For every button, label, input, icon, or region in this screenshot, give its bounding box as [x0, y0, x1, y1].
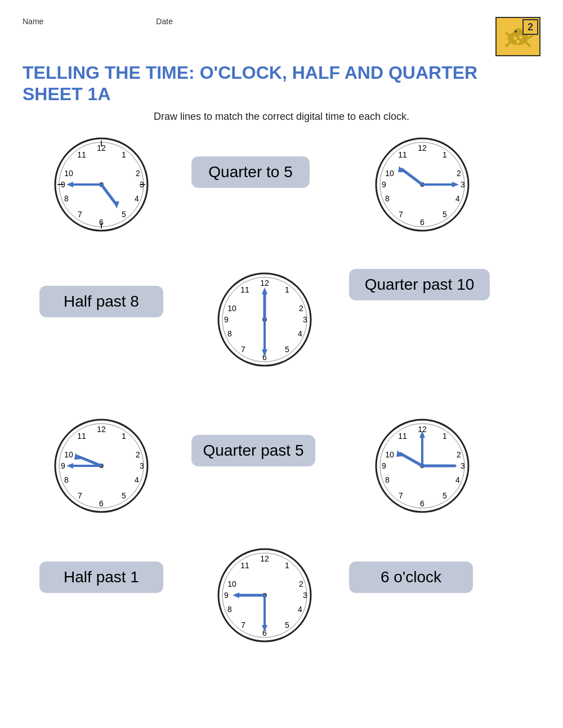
svg-text:2: 2 — [299, 579, 303, 588]
svg-text:5: 5 — [285, 621, 289, 630]
svg-text:3: 3 — [461, 461, 465, 470]
svg-text:10: 10 — [385, 450, 394, 459]
svg-text:5: 5 — [443, 210, 447, 219]
svg-text:11: 11 — [240, 285, 249, 294]
svg-text:8: 8 — [227, 329, 232, 338]
svg-text:1: 1 — [122, 432, 126, 441]
svg-text:2: 2 — [136, 450, 140, 459]
svg-text:1: 1 — [285, 285, 289, 294]
svg-text:4: 4 — [455, 475, 460, 484]
worksheet-area: 12 1 2 3 4 5 6 7 8 9 10 11 — [23, 134, 540, 725]
svg-text:6: 6 — [99, 499, 104, 508]
svg-text:10: 10 — [385, 169, 394, 178]
svg-text:4: 4 — [135, 475, 139, 484]
grade-badge: 2 — [522, 19, 538, 35]
svg-text:9: 9 — [382, 180, 386, 189]
label-quarter-to-5: Quarter to 5 — [191, 156, 310, 188]
svg-text:2: 2 — [457, 450, 461, 459]
svg-text:7: 7 — [78, 210, 82, 219]
svg-point-6 — [515, 30, 517, 33]
svg-text:7: 7 — [399, 491, 403, 500]
svg-text:1: 1 — [443, 432, 447, 441]
svg-text:11: 11 — [240, 561, 249, 570]
top-bar: Name Date — [23, 17, 540, 56]
name-label: Name — [23, 17, 43, 26]
svg-text:10: 10 — [227, 304, 236, 313]
clock-2: 12 1 2 3 4 5 6 7 8 9 10 11 — [372, 134, 473, 235]
label-half-past-1: Half past 1 — [39, 561, 163, 593]
svg-text:4: 4 — [135, 194, 139, 203]
svg-text:7: 7 — [399, 210, 403, 219]
clock-1: 12 1 2 3 4 5 6 7 8 9 10 11 — [51, 134, 152, 235]
svg-text:1: 1 — [285, 561, 289, 570]
svg-text:8: 8 — [385, 194, 390, 203]
svg-text:9: 9 — [61, 461, 65, 470]
svg-line-3 — [506, 41, 511, 47]
label-quarter-past-10: Quarter past 10 — [349, 269, 490, 300]
svg-text:2: 2 — [457, 169, 461, 178]
label-6-oclock: 6 o'clock — [349, 561, 473, 593]
svg-text:2: 2 — [136, 169, 140, 178]
name-date-area: Name Date — [23, 17, 173, 26]
svg-text:3: 3 — [461, 180, 465, 189]
svg-text:5: 5 — [443, 491, 447, 500]
clock-3: 12 1 2 3 4 5 6 7 8 9 10 11 — [214, 269, 315, 370]
svg-point-8 — [519, 35, 522, 39]
svg-text:9: 9 — [382, 461, 386, 470]
svg-text:9: 9 — [61, 180, 65, 189]
page-title: TELLING THE TIME: O'CLOCK, HALF AND QUAR… — [23, 62, 540, 105]
svg-text:10: 10 — [64, 169, 73, 178]
svg-text:12: 12 — [418, 143, 427, 152]
svg-text:12: 12 — [260, 554, 269, 563]
svg-text:4: 4 — [298, 329, 302, 338]
svg-text:8: 8 — [385, 475, 390, 484]
svg-text:3: 3 — [140, 180, 144, 189]
label-half-past-8: Half past 8 — [39, 286, 163, 317]
svg-text:4: 4 — [455, 194, 460, 203]
svg-text:6: 6 — [420, 499, 425, 508]
date-label: Date — [156, 17, 173, 26]
svg-text:7: 7 — [241, 345, 245, 354]
clock-4: 12 1 2 3 4 5 6 7 8 9 10 11 — [51, 415, 152, 516]
svg-text:3: 3 — [303, 315, 307, 324]
svg-line-5 — [525, 41, 530, 47]
svg-text:11: 11 — [77, 150, 86, 159]
clock-5: 12 1 2 3 4 5 6 7 8 9 10 11 — [372, 415, 473, 516]
svg-text:7: 7 — [78, 491, 82, 500]
svg-text:1: 1 — [443, 150, 447, 159]
svg-text:2: 2 — [299, 304, 303, 313]
svg-text:5: 5 — [122, 491, 126, 500]
svg-text:10: 10 — [227, 579, 236, 588]
svg-text:11: 11 — [77, 432, 86, 441]
svg-text:9: 9 — [224, 315, 229, 324]
svg-text:5: 5 — [122, 210, 126, 219]
svg-point-7 — [513, 37, 517, 40]
svg-text:8: 8 — [64, 475, 69, 484]
svg-text:9: 9 — [224, 591, 229, 600]
svg-text:6: 6 — [99, 218, 104, 227]
svg-point-9 — [516, 40, 520, 43]
svg-text:3: 3 — [140, 461, 144, 470]
svg-text:12: 12 — [260, 278, 269, 287]
svg-text:1: 1 — [122, 150, 126, 159]
svg-text:6: 6 — [420, 218, 425, 227]
svg-text:12: 12 — [97, 425, 106, 434]
svg-text:4: 4 — [298, 605, 302, 614]
svg-text:11: 11 — [398, 432, 407, 441]
svg-text:5: 5 — [285, 345, 289, 354]
clock-6: 12 1 2 3 4 5 6 7 8 9 10 11 — [214, 545, 315, 646]
svg-text:11: 11 — [398, 150, 407, 159]
svg-text:12: 12 — [97, 143, 106, 152]
label-quarter-past-5: Quarter past 5 — [191, 435, 315, 466]
page: Name Date — [0, 0, 563, 728]
svg-text:3: 3 — [303, 591, 307, 600]
svg-text:8: 8 — [64, 194, 69, 203]
svg-text:10: 10 — [64, 450, 73, 459]
svg-text:8: 8 — [227, 605, 232, 614]
svg-text:7: 7 — [241, 621, 245, 630]
logo-box: 2 — [495, 17, 540, 56]
instruction-text: Draw lines to match the correct digital … — [23, 111, 540, 123]
